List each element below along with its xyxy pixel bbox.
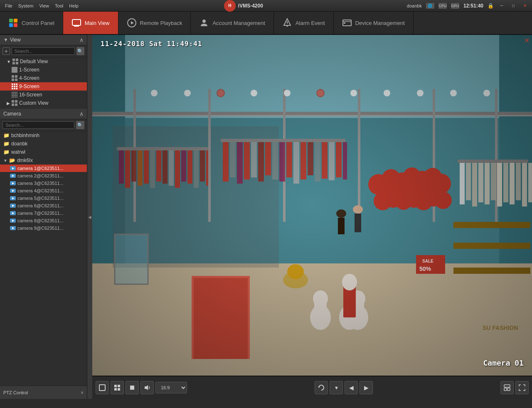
cam-icon-5: ▶	[10, 196, 16, 200]
view-search-input[interactable]	[12, 47, 75, 55]
next-button[interactable]: ▶	[360, 381, 373, 394]
gpu-icon: GPU	[451, 3, 459, 9]
view-item-4screen[interactable]: 4-Screen	[0, 74, 87, 82]
view-section-header: ▼ View ∧	[0, 35, 87, 45]
four-screen-button[interactable]	[111, 381, 124, 394]
single-screen-button[interactable]	[96, 381, 109, 394]
svg-rect-4	[72, 20, 81, 25]
view-item-16screen[interactable]: 16-Screen	[0, 91, 87, 99]
camera-group-doanbk[interactable]: 📁 doanbk	[0, 140, 87, 148]
tab-bar: Control Panel Main View Remote Playback …	[0, 12, 532, 35]
audio-button[interactable]	[140, 381, 154, 394]
9screen-label: 9-Screen	[19, 84, 39, 89]
view-section-collapse[interactable]: ∧	[79, 37, 84, 43]
camera-item-3[interactable]: ▶ camera 3@C623511...	[0, 179, 87, 187]
camera-list: 📁 bchbinhminh 📁 doanbk 📁 watrwl ▼ 📂 dmk6…	[0, 131, 87, 386]
menu-help[interactable]: Help	[67, 3, 80, 8]
ptz-arrow[interactable]: ∨	[81, 390, 84, 395]
aspect-ratio-select[interactable]: 16:9 4:3 Original Full	[155, 382, 187, 393]
camera-section-left: Camera	[3, 111, 21, 117]
ptz-section: PTZ Control ∨	[0, 386, 87, 399]
camera-group-dmk6lx[interactable]: ▼ 📂 dmk6lx	[0, 156, 87, 165]
svg-rect-185	[507, 388, 510, 391]
svg-rect-29	[12, 88, 13, 90]
view-group-default[interactable]: ▼ Default View	[0, 57, 87, 66]
view-collapse-toggle[interactable]: ▼	[3, 37, 8, 43]
menu-view[interactable]: View	[37, 3, 51, 8]
dropdown-button[interactable]: ▾	[330, 381, 343, 394]
1screen-icon	[12, 67, 17, 73]
camera-section-header: Camera ∧	[0, 109, 87, 119]
svg-rect-19	[12, 75, 14, 78]
camera-item-2[interactable]: ▶ camera 2@C623511...	[0, 172, 87, 179]
folder-icon-doanbk: 📁	[3, 141, 10, 147]
svg-rect-17	[12, 62, 15, 64]
tab-alarm-event-label: Alarm Event	[296, 20, 325, 26]
camera-search-button[interactable]: 🔍	[76, 121, 84, 129]
group-label-bchbinhminh: bchbinhminh	[11, 133, 39, 138]
svg-rect-34	[15, 92, 16, 93]
camera-section-collapse[interactable]: ∧	[79, 111, 84, 117]
menu-tool[interactable]: Tool	[53, 3, 65, 8]
svg-rect-31	[16, 88, 18, 90]
svg-point-10	[286, 26, 288, 27]
camera-label-9: camera 9@C623511...	[17, 226, 64, 231]
layout-button-1[interactable]	[500, 381, 514, 394]
tab-alarm-event[interactable]: Alarm Event	[274, 12, 334, 34]
svg-rect-23	[12, 84, 13, 85]
camera-label-8: camera 8@C623511...	[17, 218, 64, 223]
group-label-doanbk: doanbk	[11, 141, 27, 147]
camera-item-1[interactable]: ▶ camera 1@C623511...	[0, 165, 87, 172]
tab-main-view-label: Main View	[85, 20, 110, 26]
minimize-button[interactable]: ─	[498, 3, 505, 9]
tab-account-management[interactable]: Account Management	[191, 12, 273, 34]
default-view-toggle: ▼	[7, 59, 11, 64]
menu-system[interactable]: System	[17, 3, 35, 8]
close-button[interactable]: ✕	[521, 3, 529, 9]
network-icon: 🌐	[426, 3, 434, 9]
tab-device-management[interactable]: Device Management	[334, 12, 414, 34]
camera-search-bar: 🔍	[0, 119, 87, 131]
svg-rect-28	[16, 86, 18, 87]
menu-file[interactable]: File	[3, 3, 14, 8]
content-area: ✕	[92, 35, 532, 399]
maximize-button[interactable]: □	[510, 3, 517, 9]
view-item-1screen[interactable]: 1-Screen	[0, 66, 87, 74]
title-bar-right: doanbk 🌐 CPU GPU 12:51:40 🔒 ─ □ ✕	[407, 3, 529, 9]
group-label-dmk6lx: dmk6lx	[17, 157, 33, 163]
prev-button[interactable]: ◀	[345, 381, 358, 394]
camera-group-bchbinhminh[interactable]: 📁 bchbinhminh	[0, 131, 87, 140]
svg-rect-184	[504, 388, 507, 391]
svg-rect-0	[9, 19, 13, 22]
camera-item-5[interactable]: ▶ camera 5@C623511...	[0, 194, 87, 202]
tab-main-view[interactable]: Main View	[63, 12, 118, 34]
cam-icon-3: ▶	[10, 181, 16, 185]
tab-device-management-label: Device Management	[355, 20, 405, 26]
camera-label-4: camera 4@C623511...	[17, 188, 64, 193]
tab-control-panel[interactable]: Control Panel	[0, 12, 63, 34]
svg-point-9	[202, 20, 206, 23]
view-add-button[interactable]: +	[2, 47, 10, 55]
camera-search-input[interactable]	[2, 121, 74, 129]
ptz-label: PTZ Control	[3, 390, 79, 395]
view-search-button[interactable]: 🔍	[76, 47, 84, 55]
camera-item-6[interactable]: ▶ camera 6@C623511...	[0, 202, 87, 209]
camera-item-8[interactable]: ▶ camera 8@C623511...	[0, 217, 87, 224]
camera-item-4[interactable]: ▶ camera 4@C623511...	[0, 187, 87, 194]
camera-item-7[interactable]: ▶ camera 7@C623511...	[0, 209, 87, 217]
refresh-button[interactable]	[315, 381, 328, 394]
svg-rect-48	[12, 100, 14, 103]
camera-item-9[interactable]: ▶ camera 9@C623511...	[0, 224, 87, 232]
video-close-button[interactable]: ✕	[524, 37, 530, 44]
camera-label-5: camera 5@C623511...	[17, 196, 64, 201]
sidebar-collapse-handle[interactable]: ◀	[87, 35, 92, 399]
layout-button-2[interactable]	[515, 381, 529, 394]
svg-rect-43	[16, 95, 17, 96]
camera-group-watrwl[interactable]: 📁 watrwl	[0, 148, 87, 156]
svg-rect-42	[15, 95, 16, 96]
folder-icon-watrwl: 📁	[3, 149, 10, 155]
view-item-9screen[interactable]: 9-Screen	[0, 82, 87, 91]
view-item-custom[interactable]: ▶ Custom View	[0, 99, 87, 107]
stop-button[interactable]	[126, 381, 139, 394]
tab-remote-playback[interactable]: Remote Playback	[118, 12, 191, 34]
